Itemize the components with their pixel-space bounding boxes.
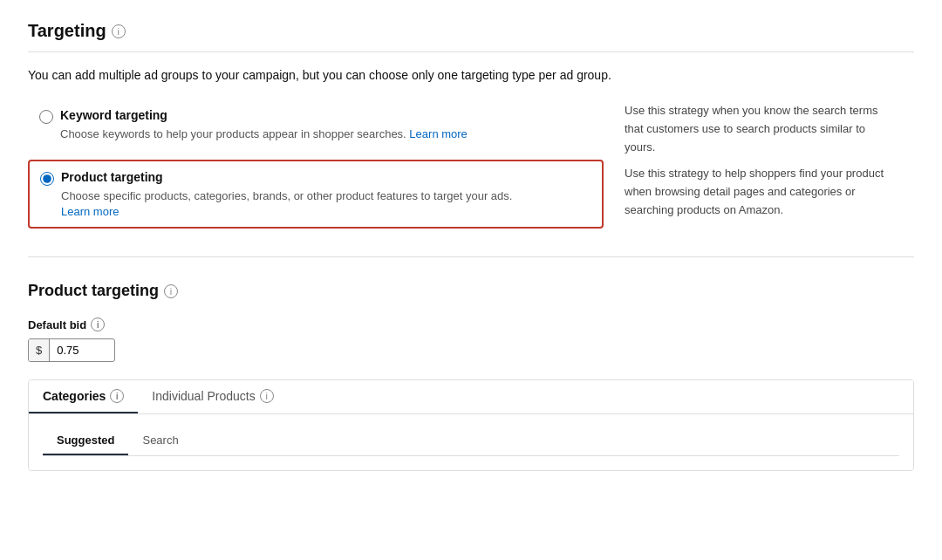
- sub-tab-suggested[interactable]: Suggested: [43, 428, 128, 455]
- product-learn-more-link[interactable]: Learn more: [61, 205, 119, 218]
- product-targeting-label: Product targeting: [61, 170, 512, 184]
- targeting-divider: [28, 51, 914, 52]
- product-targeting-option[interactable]: Product targeting Choose specific produc…: [28, 160, 604, 229]
- default-bid-label-text: Default bid: [28, 318, 86, 331]
- product-targeting-row: Product targeting Choose specific produc…: [40, 170, 591, 219]
- sidebar-text-1: Use this strategy when you know the sear…: [625, 102, 886, 156]
- default-bid-label-row: Default bid i: [28, 318, 914, 331]
- individual-products-tab-info-icon[interactable]: i: [260, 389, 274, 403]
- tabs-container: Categories i Individual Products i Sugge…: [28, 379, 914, 471]
- product-targeting-title: Product targeting: [28, 282, 159, 300]
- keyword-targeting-text: Keyword targeting Choose keywords to hel…: [60, 108, 468, 143]
- sub-tabs: Suggested Search: [43, 428, 899, 456]
- product-targeting-desc: Choose specific products, categories, br…: [61, 188, 512, 205]
- keyword-learn-more-link[interactable]: Learn more: [409, 127, 467, 140]
- product-targeting-info-icon[interactable]: i: [164, 284, 178, 298]
- page-container: Targeting i You can add multiple ad grou…: [0, 0, 942, 492]
- default-bid-info-icon[interactable]: i: [91, 318, 105, 331]
- product-targeting-section: Product targeting i Default bid i $ Cate…: [28, 282, 914, 471]
- bid-prefix: $: [29, 339, 50, 361]
- bid-input-group: $: [28, 338, 115, 362]
- product-targeting-radio[interactable]: [40, 172, 54, 186]
- default-bid-container: Default bid i $: [28, 318, 914, 362]
- keyword-targeting-row: Keyword targeting Choose keywords to hel…: [39, 108, 592, 143]
- keyword-targeting-radio[interactable]: [39, 110, 53, 124]
- keyword-targeting-label: Keyword targeting: [60, 108, 468, 122]
- tabs-body: Suggested Search: [29, 414, 913, 470]
- targeting-content: Keyword targeting Choose keywords to hel…: [28, 99, 914, 236]
- tab-individual-products[interactable]: Individual Products i: [138, 380, 287, 413]
- tab-categories[interactable]: Categories i: [29, 380, 138, 413]
- keyword-targeting-option[interactable]: Keyword targeting Choose keywords to hel…: [28, 99, 604, 153]
- product-targeting-section-header: Product targeting i: [28, 282, 914, 300]
- bid-value-input[interactable]: [50, 339, 102, 361]
- tabs-header: Categories i Individual Products i: [29, 380, 913, 414]
- categories-tab-info-icon[interactable]: i: [110, 389, 124, 403]
- section-divider: [28, 256, 914, 257]
- sidebar-text-2: Use this strategy to help shoppers find …: [625, 165, 886, 219]
- keyword-targeting-desc: Choose keywords to help your products ap…: [60, 126, 468, 143]
- targeting-title: Targeting: [28, 21, 106, 41]
- targeting-info-icon[interactable]: i: [112, 24, 126, 38]
- targeting-sidebar: Use this strategy when you know the sear…: [625, 99, 886, 236]
- targeting-description: You can add multiple ad groups to your c…: [28, 66, 914, 85]
- targeting-options: Keyword targeting Choose keywords to hel…: [28, 99, 604, 236]
- targeting-section-header: Targeting i: [28, 21, 914, 41]
- sub-tab-search[interactable]: Search: [128, 428, 192, 455]
- product-targeting-text: Product targeting Choose specific produc…: [61, 170, 512, 219]
